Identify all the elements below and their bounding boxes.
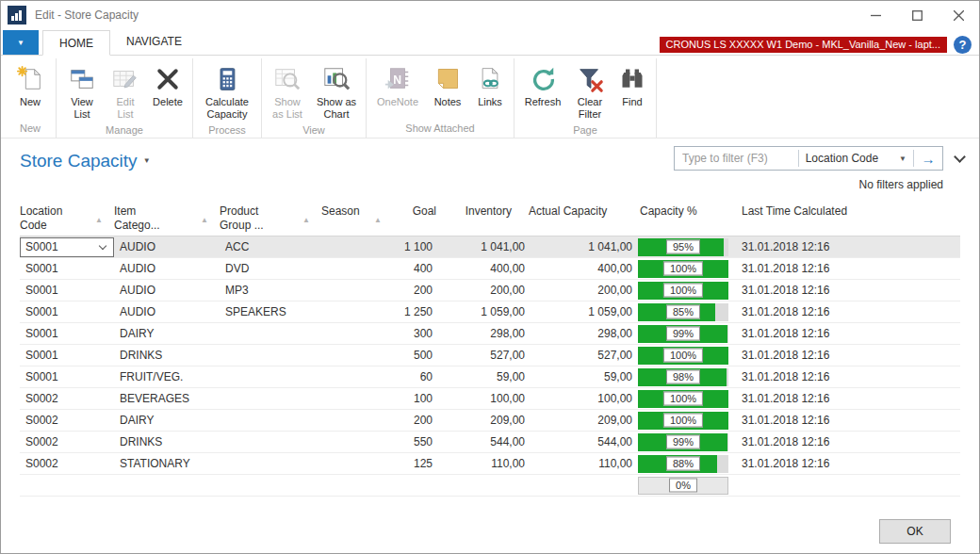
close-button[interactable] [938,1,979,29]
cell-goal[interactable]: 60 [384,370,436,383]
cell-location-code[interactable]: S0002 [20,435,114,448]
column-header-actual-capacity[interactable]: Actual Capacity [529,201,636,236]
table-row[interactable]: S0001AUDIOMP3200200,00200,00100%31.01.20… [20,280,960,301]
column-header-inventory[interactable]: Inventory [436,201,529,236]
cell-goal[interactable]: 125 [384,457,436,470]
cell-goal[interactable]: 200 [384,284,436,297]
table-row[interactable]: S0001DAIRY300298,00298,0099%31.01.2018 1… [20,323,960,345]
table-row-empty[interactable]: 0% [20,475,960,497]
cell-actual-capacity[interactable]: 527,00 [529,349,636,362]
column-header-product-group[interactable]: Product Group ...▲ [220,201,321,236]
cell-item-category[interactable]: DAIRY [114,327,220,340]
table-row[interactable]: S0002STATIONARY125110,00110,0088%31.01.2… [20,453,960,475]
table-row[interactable]: S0001AUDIOACC1 1001 041,001 041,0095%31.… [20,236,960,258]
cell-item-category[interactable]: BEVERAGES [114,392,220,405]
minimize-button[interactable] [855,1,896,29]
refresh-button[interactable]: Refresh [517,61,568,111]
cell-goal[interactable]: 500 [384,349,436,362]
cell-inventory[interactable]: 209,00 [436,414,529,427]
cell-item-category[interactable]: FRUIT/VEG. [114,370,220,383]
delete-button[interactable]: Delete [146,61,189,111]
cell-location-code[interactable]: S0002 [20,414,114,427]
cell-goal[interactable]: 1 250 [384,305,436,318]
capacity-bar[interactable]: 99% [636,325,730,343]
cell-goal[interactable]: 200 [384,414,436,427]
cell-location-code[interactable]: S0001 [20,284,114,297]
cell-goal[interactable]: 1 100 [384,240,436,253]
cell-last-time-calculated[interactable]: 31.01.2018 12:16 [730,305,960,318]
cell-item-category[interactable]: DRINKS [114,349,220,362]
column-header-season[interactable]: Season▲ [321,201,384,236]
cell-goal[interactable]: 300 [384,327,436,340]
tab-home[interactable]: HOME [42,30,110,56]
onenote-button[interactable]: N OneNote [369,61,426,111]
table-row[interactable]: S0002BEVERAGES100100,00100,00100%31.01.2… [20,388,960,410]
show-as-chart-button[interactable]: Show as Chart [310,61,363,123]
view-list-button[interactable]: View List [59,61,105,123]
table-row[interactable]: S0002DAIRY200209,00209,00100%31.01.2018 … [20,410,960,432]
table-row[interactable]: S0002DRINKS550544,00544,0099%31.01.2018 … [20,432,960,453]
table-row[interactable]: S0001FRUIT/VEG.6059,0059,0098%31.01.2018… [20,367,960,388]
maximize-button[interactable] [896,1,938,29]
cell-actual-capacity[interactable]: 59,00 [529,370,636,383]
cell-actual-capacity[interactable]: 209,00 [529,414,636,427]
cell-last-time-calculated[interactable]: 31.01.2018 12:16 [730,435,960,448]
column-header-location-code[interactable]: Location Code▲ [20,201,114,236]
cell-location-code[interactable]: S0001 [20,327,114,340]
tab-navigate[interactable]: NAVIGATE [110,29,198,55]
capacity-bar[interactable]: 0% [636,477,730,495]
cell-item-category[interactable]: DAIRY [114,414,220,427]
cell-product-group[interactable]: ACC [220,240,321,253]
cell-inventory[interactable]: 544,00 [436,435,529,448]
cell-location-code[interactable]: S0001 [20,305,114,318]
capacity-bar[interactable]: 99% [636,433,730,451]
cell-last-time-calculated[interactable]: 31.01.2018 12:16 [730,262,960,275]
notes-button[interactable]: Notes [426,61,469,111]
filter-field-dropdown[interactable]: Location Code▼ [799,152,913,165]
cell-goal[interactable]: 400 [384,262,436,275]
expand-filter-pane-icon[interactable] [955,152,966,163]
table-row[interactable]: S0001AUDIOSPEAKERS1 2501 059,001 059,008… [20,301,960,323]
cell-inventory[interactable]: 59,00 [436,370,529,383]
cell-item-category[interactable]: AUDIO [114,240,220,253]
edit-list-button[interactable]: Edit List [105,61,146,123]
filter-input[interactable] [675,152,798,165]
cell-inventory[interactable]: 100,00 [436,392,529,405]
capacity-bar[interactable]: 100% [636,260,730,278]
application-menu-button[interactable]: ▼ [3,30,39,55]
cell-actual-capacity[interactable]: 1 041,00 [529,240,636,253]
cell-location-code[interactable]: S0001 [20,349,114,362]
cell-location-code[interactable]: S0002 [20,392,114,405]
cell-inventory[interactable]: 527,00 [436,349,529,362]
column-header-goal[interactable]: Goal [384,201,436,236]
cell-last-time-calculated[interactable]: 31.01.2018 12:16 [730,414,960,427]
cell-last-time-calculated[interactable]: 31.01.2018 12:16 [730,349,960,362]
clear-filter-button[interactable]: Clear Filter [568,61,612,123]
calculate-capacity-button[interactable]: Calculate Capacity [196,61,258,123]
cell-actual-capacity[interactable]: 400,00 [529,262,636,275]
column-header-item-category[interactable]: Item Catego...▲ [114,201,220,236]
chevron-down-icon[interactable] [99,243,106,251]
cell-inventory[interactable]: 200,00 [436,284,529,297]
cell-product-group[interactable]: MP3 [220,284,321,297]
cell-goal[interactable]: 550 [384,435,436,448]
cell-actual-capacity[interactable]: 200,00 [529,284,636,297]
cell-item-category[interactable]: AUDIO [114,284,220,297]
cell-product-group[interactable]: SPEAKERS [220,305,321,318]
capacity-bar[interactable]: 98% [636,368,730,386]
show-as-list-button[interactable]: Show as List [265,61,310,123]
cell-last-time-calculated[interactable]: 31.01.2018 12:16 [730,457,960,470]
cell-item-category[interactable]: DRINKS [114,435,220,448]
cell-location-code[interactable]: S0002 [20,457,114,470]
cell-inventory[interactable]: 1 041,00 [436,240,529,253]
cell-item-category[interactable]: STATIONARY [114,457,220,470]
links-button[interactable]: Links [469,61,511,111]
cell-actual-capacity[interactable]: 544,00 [529,435,636,448]
apply-filter-button[interactable]: → [914,147,942,170]
find-button[interactable]: Find [612,61,653,111]
cell-location-code[interactable]: S0001 [20,237,114,257]
cell-last-time-calculated[interactable]: 31.01.2018 12:16 [730,392,960,405]
ok-button[interactable]: OK [879,519,951,544]
cell-goal[interactable]: 100 [384,392,436,405]
cell-actual-capacity[interactable]: 1 059,00 [529,305,636,318]
